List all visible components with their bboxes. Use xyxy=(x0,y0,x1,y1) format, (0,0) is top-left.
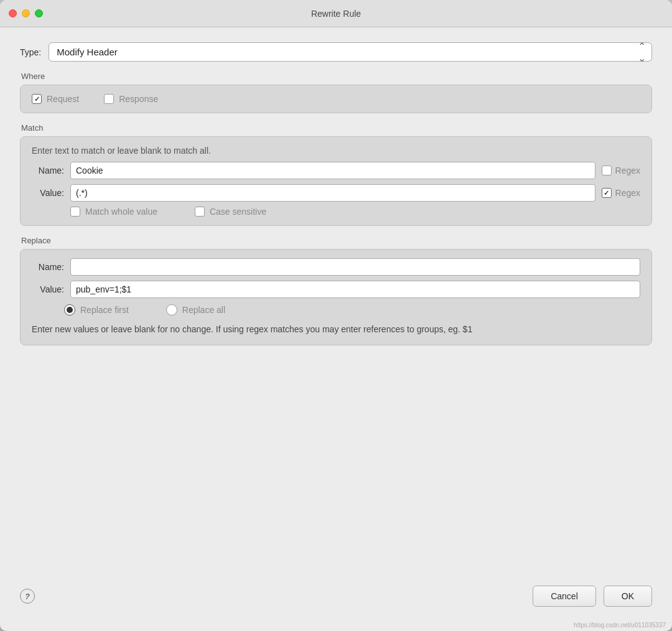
match-name-row: Name: Regex xyxy=(32,162,640,179)
response-checkbox[interactable] xyxy=(104,94,114,104)
type-select-wrapper: Modify Header ⌃⌄ xyxy=(49,42,652,62)
footer-buttons: Cancel OK xyxy=(533,586,652,607)
close-button[interactable] xyxy=(9,9,17,17)
match-whole-item[interactable]: Match whole value xyxy=(70,207,157,217)
match-section-box: Enter text to match or leave blank to ma… xyxy=(20,136,652,226)
where-section-box: Request Response xyxy=(20,85,652,113)
replace-first-label: Replace first xyxy=(80,305,129,315)
replace-value-input[interactable] xyxy=(70,281,640,298)
match-hint: Enter text to match or leave blank to ma… xyxy=(32,146,640,156)
window-title: Rewrite Rule xyxy=(311,9,361,19)
type-select[interactable]: Modify Header xyxy=(49,42,652,62)
where-row: Request Response xyxy=(32,94,640,104)
match-whole-label: Match whole value xyxy=(85,207,157,217)
replace-name-label: Name: xyxy=(32,262,64,272)
replace-radio-row: Replace first Replace all xyxy=(32,304,640,316)
case-sensitive-label: Case sensitive xyxy=(210,207,266,217)
match-name-regex-checkbox[interactable] xyxy=(602,166,612,175)
match-value-input[interactable] xyxy=(70,184,595,202)
watermark: https://blog.csdn.net/u011035337 xyxy=(0,622,672,631)
type-row: Type: Modify Header ⌃⌄ xyxy=(20,42,652,62)
match-name-regex-group: Regex xyxy=(602,166,640,175)
match-whole-checkbox[interactable] xyxy=(70,207,80,217)
request-checkbox[interactable] xyxy=(32,94,42,104)
traffic-lights xyxy=(9,9,43,17)
help-button[interactable]: ? xyxy=(20,589,35,604)
replace-section-box: Name: Value: Replace first Replace all xyxy=(20,249,652,345)
replace-section: Replace Name: Value: Replace first xyxy=(20,236,652,345)
replace-all-label: Replace all xyxy=(182,305,225,315)
response-checkbox-item[interactable]: Response xyxy=(104,94,158,104)
replace-value-row: Value: xyxy=(32,281,640,298)
replace-all-item[interactable]: Replace all xyxy=(166,304,225,316)
replace-name-input[interactable] xyxy=(70,258,640,276)
footer: ? Cancel OK xyxy=(0,576,672,622)
ok-button[interactable]: OK xyxy=(604,586,652,607)
maximize-button[interactable] xyxy=(35,9,43,17)
replace-value-label: Value: xyxy=(32,284,64,294)
match-name-regex-label: Regex xyxy=(615,166,640,175)
response-label: Response xyxy=(119,94,158,104)
replace-first-item[interactable]: Replace first xyxy=(64,304,129,316)
replace-first-radio[interactable] xyxy=(64,304,75,316)
match-value-regex-checkbox[interactable] xyxy=(602,188,612,198)
replace-section-label: Replace xyxy=(20,236,652,245)
replace-hint: Enter new values or leave blank for no c… xyxy=(32,323,640,336)
case-sensitive-checkbox[interactable] xyxy=(195,207,205,217)
match-value-row: Value: Regex xyxy=(32,184,640,202)
main-content: Type: Modify Header ⌃⌄ Where Request xyxy=(0,27,672,576)
type-label: Type: xyxy=(20,47,41,57)
where-section: Where Request Response xyxy=(20,72,652,113)
match-value-regex-label: Regex xyxy=(615,188,640,198)
where-section-label: Where xyxy=(20,72,652,81)
match-name-label: Name: xyxy=(32,166,64,175)
match-options-row: Match whole value Case sensitive xyxy=(32,207,640,217)
minimize-button[interactable] xyxy=(22,9,30,17)
match-value-label: Value: xyxy=(32,188,64,198)
window: Rewrite Rule Type: Modify Header ⌃⌄ Wher… xyxy=(0,0,672,631)
match-section: Match Enter text to match or leave blank… xyxy=(20,123,652,226)
case-sensitive-item[interactable]: Case sensitive xyxy=(195,207,266,217)
replace-all-radio[interactable] xyxy=(166,304,177,316)
match-name-input[interactable] xyxy=(70,162,595,179)
replace-name-row: Name: xyxy=(32,258,640,276)
cancel-button[interactable]: Cancel xyxy=(533,586,596,607)
titlebar: Rewrite Rule xyxy=(0,0,672,27)
request-checkbox-item[interactable]: Request xyxy=(32,94,79,104)
match-section-label: Match xyxy=(20,123,652,133)
match-value-regex-group: Regex xyxy=(602,188,640,198)
request-label: Request xyxy=(47,94,79,104)
